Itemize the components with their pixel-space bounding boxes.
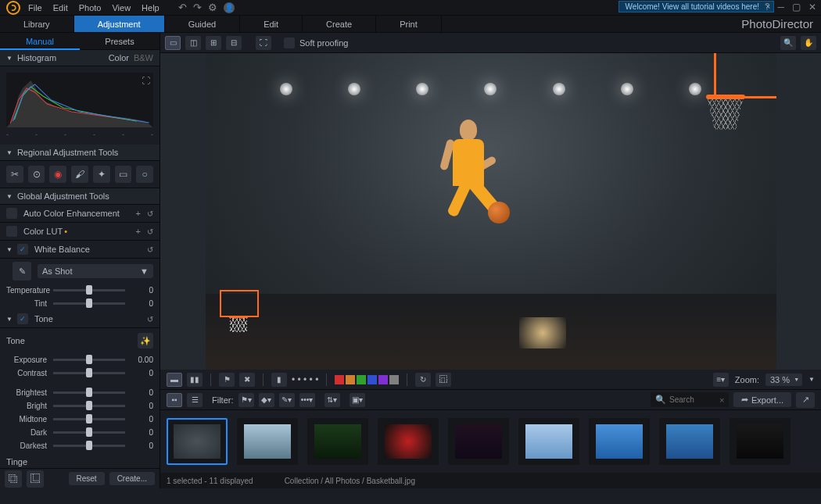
reset-icon[interactable]: ↺	[147, 209, 153, 218]
histogram-expand-icon[interactable]: ⛶	[142, 76, 150, 85]
menu-help[interactable]: Help	[142, 3, 160, 13]
copy-settings-icon[interactable]: ⿻	[5, 470, 22, 488]
filter-flag-icon[interactable]: ⚑▾	[238, 393, 254, 407]
histogram-bw-toggle[interactable]: B&W	[134, 53, 153, 63]
undo-icon[interactable]: ↶	[178, 2, 187, 13]
reset-icon[interactable]: ↺	[147, 227, 153, 236]
auto-color-checkbox[interactable]	[6, 208, 17, 219]
color-swatch[interactable]	[335, 375, 344, 384]
stack-icon[interactable]: ▣▾	[350, 393, 365, 407]
minimize-icon[interactable]: ─	[777, 2, 784, 13]
filter-rating-icon[interactable]: ✎▾	[279, 393, 295, 407]
chevron-down-icon[interactable]: ▼	[808, 376, 815, 383]
zoom-tool-icon[interactable]: 🔍	[780, 36, 796, 50]
color-lut-row[interactable]: Color LUT • + ↺	[0, 223, 160, 241]
subtab-manual[interactable]: Manual	[0, 33, 80, 50]
paste-settings-icon[interactable]: ⿺	[27, 470, 44, 488]
maximize-icon[interactable]: ▢	[792, 2, 801, 13]
color-swatch[interactable]	[346, 375, 355, 384]
thumbnail-portrait-legs[interactable]	[730, 418, 791, 465]
add-icon[interactable]: +	[136, 227, 141, 236]
reject-icon[interactable]: ✖	[239, 373, 255, 387]
tab-print[interactable]: Print	[376, 16, 442, 32]
rotate-icon[interactable]: ↻	[415, 373, 431, 387]
welcome-banner[interactable]: Welcome! View all tutorial videos here! …	[618, 1, 774, 13]
fullscreen-icon[interactable]: ⛶	[256, 36, 271, 50]
menu-edit[interactable]: Edit	[53, 3, 68, 13]
color-swatch[interactable]	[389, 375, 399, 384]
reset-icon[interactable]: ↺	[147, 315, 153, 323]
add-icon[interactable]: +	[136, 209, 141, 218]
filter-label-icon[interactable]: ◆▾	[259, 393, 274, 407]
brush-tool-icon[interactable]: 🖌	[71, 166, 88, 183]
compare-icon[interactable]: ⿵	[436, 373, 451, 387]
rate-icon[interactable]: ▮	[271, 373, 287, 387]
user-icon[interactable]: 👤	[224, 2, 235, 13]
contrast-slider[interactable]	[53, 372, 125, 374]
close-icon[interactable]: ✕	[808, 2, 816, 13]
radial-tool-icon[interactable]: ○	[136, 166, 153, 183]
redeye-tool-icon[interactable]: ◉	[49, 166, 66, 183]
tab-adjustment[interactable]: Adjustment	[74, 16, 165, 32]
thumbnail-ocean-wave[interactable]	[659, 418, 720, 465]
thumbnail-sky-diver[interactable]	[589, 418, 650, 465]
clear-search-icon[interactable]: ×	[719, 395, 724, 405]
tab-guided[interactable]: Guided	[165, 16, 240, 32]
redo-icon[interactable]: ↷	[193, 2, 202, 13]
midtone-slider[interactable]	[53, 418, 125, 420]
white-balance-preset-select[interactable]: As Shot ▼	[38, 264, 153, 278]
bright-slider[interactable]	[53, 405, 125, 407]
view-mode-icon[interactable]: ≡▾	[713, 373, 729, 387]
filter-more-icon[interactable]: •••▾	[299, 393, 315, 407]
flag-icon[interactable]: ⚑	[219, 373, 235, 387]
grid-view-icon[interactable]: ⊟	[226, 36, 242, 50]
crop-tool-icon[interactable]: ✂	[6, 166, 23, 183]
global-header[interactable]: ▼ Global Adjustment Tools	[0, 188, 160, 205]
thumbnail-mountain-lake[interactable]	[237, 418, 298, 465]
split-view-icon[interactable]: ⊞	[206, 36, 221, 50]
layout-single-icon[interactable]: ▬	[167, 373, 182, 387]
settings-icon[interactable]: ⚙	[208, 2, 217, 13]
thumbnail-rocket-launch[interactable]	[518, 418, 579, 465]
reset-icon[interactable]: ↺	[147, 245, 153, 254]
search-box[interactable]: 🔍 ×	[651, 392, 729, 407]
sort-icon[interactable]: ⇅▾	[324, 393, 340, 407]
export-button[interactable]: ➦ Export...	[733, 392, 791, 407]
exposure-slider[interactable]	[53, 359, 125, 361]
search-input[interactable]	[669, 395, 716, 404]
zoom-select[interactable]: 33 %	[765, 374, 802, 386]
tone-checkbox[interactable]	[17, 313, 28, 324]
layout-dual-icon[interactable]: ▮▮	[187, 373, 203, 387]
menu-photo[interactable]: Photo	[79, 3, 102, 13]
help-icon[interactable]: ?	[765, 2, 770, 13]
gradient-tool-icon[interactable]: ▭	[115, 166, 132, 183]
tone-row[interactable]: ▼ Tone ↺	[0, 310, 160, 328]
spot-tool-icon[interactable]: ⊙	[28, 166, 45, 183]
tint-slider[interactable]	[53, 302, 125, 305]
auto-tone-icon[interactable]: ✨	[138, 333, 153, 349]
tab-create[interactable]: Create	[303, 16, 376, 32]
brightest-slider[interactable]	[53, 391, 125, 394]
side-view-icon[interactable]: ◫	[185, 36, 201, 50]
darkest-slider[interactable]	[53, 445, 125, 447]
histogram-header[interactable]: ▼ Histogram Color B&W	[0, 50, 160, 66]
rating-dots[interactable]: • • • • •	[292, 374, 318, 385]
thumbnail-basketball[interactable]	[167, 418, 228, 465]
tab-edit[interactable]: Edit	[240, 16, 303, 32]
soft-proofing-checkbox[interactable]	[284, 38, 295, 48]
regional-header[interactable]: ▼ Regional Adjustment Tools	[0, 145, 160, 161]
menu-file[interactable]: File	[28, 3, 42, 13]
subtab-presets[interactable]: Presets	[80, 33, 160, 50]
create-button[interactable]: Create...	[109, 472, 155, 485]
thumb-size-icon[interactable]: ▪▪	[167, 393, 182, 407]
color-swatch[interactable]	[378, 375, 388, 384]
menu-view[interactable]: View	[112, 3, 131, 13]
tab-library[interactable]: Library	[0, 16, 74, 32]
single-view-icon[interactable]: ▭	[165, 36, 181, 50]
reset-button[interactable]: Reset	[69, 472, 105, 485]
white-balance-checkbox[interactable]	[17, 244, 28, 255]
white-balance-row[interactable]: ▼ White Balance ↺	[0, 241, 160, 259]
canvas[interactable]	[160, 53, 821, 370]
thumb-list-icon[interactable]: ☰	[187, 393, 203, 407]
share-button[interactable]: ↗	[796, 392, 815, 408]
